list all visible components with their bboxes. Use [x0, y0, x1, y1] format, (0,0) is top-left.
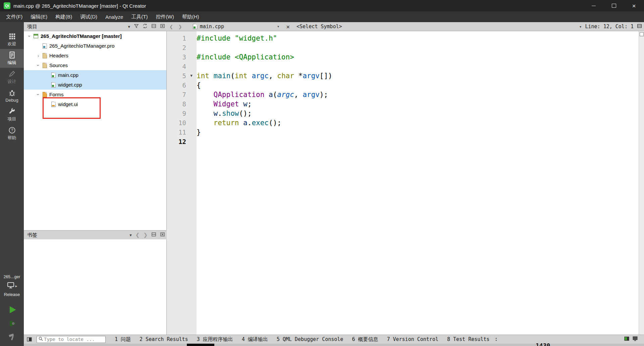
- menu-item-1[interactable]: 文件(F): [2, 12, 26, 22]
- tree-item-widget.cpp[interactable]: widget.cpp: [24, 80, 166, 90]
- chevron-collapsed-icon[interactable]: ›: [35, 53, 41, 58]
- code-text: {: [197, 81, 201, 90]
- code-line-3[interactable]: 3#include <QApplication>: [167, 52, 644, 62]
- code-editor[interactable]: 1#include "widget.h"23#include <QApplica…: [167, 31, 644, 335]
- chevron-expanded-icon[interactable]: ›: [27, 33, 33, 39]
- close-document-button[interactable]: ×: [283, 23, 293, 30]
- line-number: 7: [167, 90, 186, 99]
- mode-projects[interactable]: 项目: [0, 105, 24, 124]
- go-forward-icon[interactable]: ❯: [176, 23, 185, 30]
- menu-item-4[interactable]: 调试(D): [76, 12, 101, 22]
- output-pane-button-4[interactable]: 4 编译输出: [237, 336, 272, 343]
- forward-icon[interactable]: ❯: [143, 232, 148, 238]
- split-panel-icon[interactable]: [151, 232, 156, 238]
- toolbar-dropdown-icon[interactable]: ▾: [579, 24, 582, 29]
- scrollbar-thumb[interactable]: [640, 32, 644, 36]
- mode-edit[interactable]: 编辑: [0, 49, 24, 68]
- back-icon[interactable]: ❮: [136, 232, 140, 238]
- tree-item-sources[interactable]: ›Sources: [24, 60, 166, 70]
- code-text: int main(int argc, char *argv[]): [197, 71, 332, 81]
- profile-file-icon: [41, 43, 48, 49]
- pane-updown-icon[interactable]: ▴▾: [495, 337, 497, 342]
- tree-item-label: Headers: [49, 53, 68, 58]
- minimize-button[interactable]: [584, 0, 604, 11]
- locator[interactable]: [37, 336, 106, 343]
- editor-scrollbar[interactable]: [639, 31, 644, 335]
- code-lines: 1#include "widget.h"23#include <QApplica…: [167, 31, 644, 146]
- panel-dropdown-icon[interactable]: ▾: [128, 24, 130, 29]
- mode-help[interactable]: ?帮助: [0, 124, 24, 143]
- code-line-1[interactable]: 1#include "widget.h": [167, 34, 644, 43]
- code-line-4[interactable]: 4: [167, 62, 644, 71]
- close-panel-icon[interactable]: [160, 232, 165, 238]
- maximize-button[interactable]: [604, 0, 624, 11]
- symbol-selector[interactable]: <Select Symbol>: [293, 23, 345, 30]
- code-line-7[interactable]: 7 QApplication a(argc, argv);: [167, 90, 644, 99]
- chevron-expanded-icon[interactable]: ›: [36, 92, 41, 98]
- mode-debug[interactable]: Debug: [0, 87, 24, 105]
- fold-column: [186, 118, 197, 128]
- output-pane-button-7[interactable]: 7 Version Control: [382, 336, 443, 342]
- kit-project-name: 265…ger: [0, 275, 24, 279]
- menu-item-8[interactable]: 帮助(H): [178, 12, 203, 22]
- code-line-8[interactable]: 8 Widget w;: [167, 99, 644, 109]
- tree-item-headers[interactable]: ›Headers: [24, 51, 166, 60]
- cpp-file-icon: [50, 72, 57, 78]
- forms-group-icon: [41, 92, 48, 97]
- status-misc-icon-2[interactable]: [632, 336, 638, 343]
- code-line-12[interactable]: 12: [167, 137, 644, 146]
- run-debug-button[interactable]: [7, 319, 17, 330]
- fold-marker-icon[interactable]: ▼: [186, 71, 197, 81]
- open-document-selector[interactable]: main.cpp ▾: [190, 23, 283, 30]
- code-line-5[interactable]: 5▼int main(int argc, char *argv[]): [167, 71, 644, 81]
- svg-text:?: ?: [11, 128, 13, 133]
- split-editor-icon[interactable]: [637, 23, 642, 30]
- run-button[interactable]: [7, 305, 17, 316]
- code-line-9[interactable]: 9 w.show();: [167, 109, 644, 118]
- line-number: 11: [167, 128, 186, 137]
- locator-input[interactable]: [43, 336, 98, 342]
- kit-selector[interactable]: 265…ger ▸ Release: [0, 275, 24, 297]
- output-pane-button-6[interactable]: 6 概要信息: [347, 336, 382, 343]
- code-line-10[interactable]: 10 return a.exec();: [167, 118, 644, 128]
- line-number: 9: [167, 109, 186, 118]
- output-pane-button-5[interactable]: 5 QML Debugger Console: [272, 336, 348, 342]
- menu-item-5[interactable]: Analyze: [101, 12, 127, 21]
- mode-welcome[interactable]: 欢迎: [0, 30, 24, 49]
- code-line-6[interactable]: 6{: [167, 81, 644, 90]
- window-controls: ×: [584, 0, 644, 11]
- close-icon: ×: [632, 3, 636, 9]
- sync-with-editor-icon[interactable]: [143, 23, 148, 30]
- close-button[interactable]: ×: [624, 0, 644, 11]
- output-pane-button-1[interactable]: 1 问题: [110, 336, 135, 343]
- tree-item-265-agritechiotmanager-master-[interactable]: ›265_AgritechIoTManager [master]: [24, 31, 166, 41]
- go-back-icon[interactable]: ❮: [167, 23, 176, 30]
- tree-item-main.cpp[interactable]: main.cpp: [24, 70, 166, 80]
- build-button[interactable]: [8, 333, 16, 343]
- split-panel-icon[interactable]: [151, 23, 156, 30]
- menu-item-7[interactable]: 控件(W): [152, 12, 178, 22]
- code-line-2[interactable]: 2: [167, 43, 644, 52]
- code-text: Widget w;: [197, 99, 252, 109]
- toggle-sidebar-icon[interactable]: [26, 337, 32, 342]
- mode-design: 设计: [0, 68, 24, 87]
- mode-label: 设计: [8, 79, 16, 85]
- wrench-icon: [8, 108, 16, 115]
- menu-item-6[interactable]: 工具(T): [127, 12, 152, 22]
- tree-item-265-agritechiotmanager.pro[interactable]: 265_AgritechIoTManager.pro: [24, 41, 166, 51]
- menu-bar: 文件(F)编辑(E)构建(B)调试(D)Analyze工具(T)控件(W)帮助(…: [0, 11, 644, 22]
- menu-item-3[interactable]: 构建(B): [51, 12, 76, 22]
- bottom-black-bar: [187, 344, 214, 346]
- panel-dropdown-icon[interactable]: ▾: [129, 233, 132, 238]
- headers-group-icon: [41, 53, 48, 58]
- output-pane-button-2[interactable]: 2 Search Results: [135, 336, 193, 342]
- menu-item-2[interactable]: 编辑(E): [26, 12, 51, 22]
- status-misc-icon-1[interactable]: [624, 336, 630, 343]
- close-panel-icon[interactable]: [160, 23, 165, 30]
- filter-icon[interactable]: [134, 23, 139, 30]
- chevron-expanded-icon[interactable]: ›: [36, 62, 41, 68]
- output-pane-button-3[interactable]: 3 应用程序输出: [193, 336, 237, 343]
- output-pane-button-8[interactable]: 8 Test Results: [443, 336, 494, 342]
- mode-sidebar: 欢迎编辑设计Debug项目?帮助 265…ger ▸ Release: [0, 22, 24, 346]
- code-line-11[interactable]: 11}: [167, 128, 644, 137]
